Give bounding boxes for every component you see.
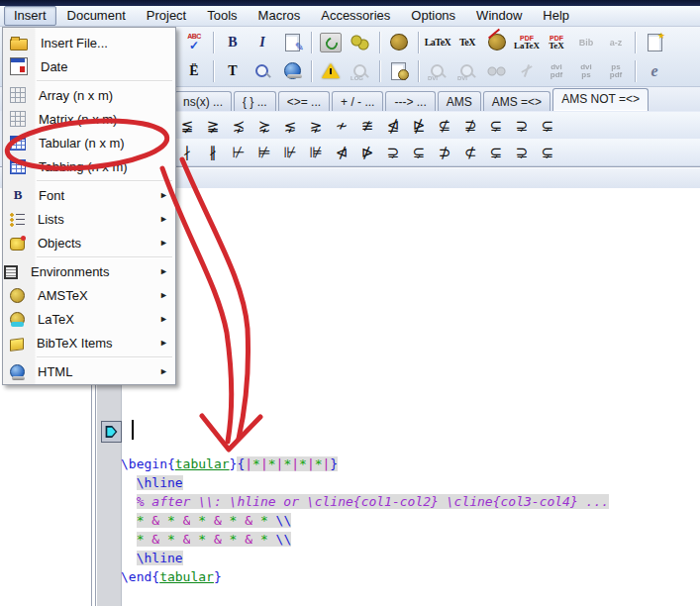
symbol-button-r1-15[interactable]: ⊊ — [535, 113, 560, 139]
symbol-button-r2-7[interactable]: ⋪ — [329, 140, 354, 165]
latex-code-block[interactable]: \begin{tabular}{|*|*|*|*|*|} \hline % af… — [121, 454, 609, 586]
code-line-2: \hline — [121, 473, 609, 492]
text-mode-button[interactable]: T — [218, 57, 248, 84]
symbol-button-r2-15[interactable]: ⊊ — [535, 140, 560, 165]
insert-menu-item-objects[interactable]: Objects► — [3, 231, 175, 254]
accent-umlaut-button[interactable]: Ë — [179, 57, 209, 84]
tab-ams-not-[interactable]: AMS NOT =<> — [552, 88, 649, 111]
symbol-button-r1-5[interactable]: ⋦ — [277, 113, 303, 139]
insert-menu-item-tabbing-n-x-m-[interactable]: Tabbing (n x m) — [3, 154, 175, 178]
menubar-item-macros[interactable]: Macros — [249, 6, 311, 26]
dvi2pdf-button[interactable]: dvipdf — [542, 57, 571, 84]
tab-ams-[interactable]: AMS =<> — [483, 91, 550, 111]
menubar-item-window[interactable]: Window — [466, 6, 532, 26]
symbol-button-r1-12[interactable]: ⊉ — [457, 113, 483, 139]
tab-ns-x-[interactable]: ns(x) ... — [174, 91, 232, 111]
insert-menu-item-html[interactable]: HTML► — [3, 359, 175, 383]
tex-button[interactable]: TeX — [452, 29, 482, 55]
menubar-item-document[interactable]: Document — [57, 6, 136, 26]
dvi2ps-button[interactable]: dvips — [571, 57, 601, 84]
bold-button[interactable]: B — [218, 29, 248, 55]
bibtex-button[interactable]: Bib — [571, 29, 601, 55]
pdftex-button[interactable]: PDFTeX — [542, 29, 571, 55]
browser-button[interactable]: e — [640, 57, 669, 84]
tab--[interactable]: ---> ... — [385, 91, 435, 111]
dvi-print-button[interactable] — [512, 57, 542, 84]
symbol-button-r2-6[interactable]: ⊯ — [303, 140, 329, 165]
menubar-item-help[interactable]: Help — [533, 6, 579, 26]
lion-document-button[interactable] — [384, 57, 414, 84]
insert-menu-item-latex[interactable]: LaTeX► — [3, 307, 175, 331]
symbol-button-r2-13[interactable]: ⊊ — [483, 140, 509, 165]
texify-lion-button[interactable] — [384, 29, 414, 55]
symbol-button-r2-10[interactable]: ⊊ — [406, 140, 432, 165]
menubar-item-insert[interactable]: Insert — [4, 6, 56, 26]
menubar-item-accessories[interactable]: Accessories — [311, 6, 400, 26]
new-document-button[interactable] — [640, 29, 669, 55]
tab-ams[interactable]: AMS — [438, 91, 481, 111]
erase-aux-button[interactable] — [316, 29, 346, 55]
ps2pdf-button[interactable]: pspdf — [601, 57, 631, 84]
symbol-button-r1-13[interactable]: ⊊ — [483, 113, 509, 139]
dvi-forward-button[interactable]: DVI — [423, 57, 452, 84]
italic-button[interactable]: I — [248, 29, 277, 55]
symbol-button-r1-2[interactable]: ≩ — [200, 113, 226, 139]
insert-menu-item-lists[interactable]: Lists► — [3, 207, 175, 231]
symbol-button-r1-1[interactable]: ≨ — [174, 113, 200, 139]
symbol-button-r1-3[interactable]: ⋨ — [226, 113, 251, 139]
insert-menu-item-array-n-x-m-[interactable]: Array (n x m) — [3, 83, 175, 107]
insert-menu-item-amstex[interactable]: AMSTeX► — [3, 283, 175, 307]
symbol-button-r2-5[interactable]: ⊮ — [277, 140, 303, 165]
spell-check-button[interactable]: ABC✓ — [179, 29, 209, 55]
symbol-button-r1-10[interactable]: ⋭ — [406, 113, 432, 139]
insert-menu-item-environments[interactable]: Environments► — [3, 259, 175, 283]
web-link-button[interactable] — [277, 57, 307, 84]
symbol-button-r2-2[interactable]: ∦ — [200, 140, 226, 165]
tab--[interactable]: { } ... — [234, 91, 276, 111]
menubar-item-options[interactable]: Options — [401, 6, 465, 26]
symbol-button-r1-11[interactable]: ⊈ — [432, 113, 457, 139]
insert-menu-item-matrix-n-x-m-[interactable]: Matrix (n x m) — [3, 107, 175, 131]
dvi-preview-button[interactable]: DVI — [452, 57, 482, 84]
italic-button-glyph: I — [259, 35, 264, 50]
insert-menu-item-font[interactable]: BFont► — [3, 183, 175, 207]
symbol-button-r2-8[interactable]: ⋫ — [354, 140, 380, 165]
symbol-button-r1-6[interactable]: ⋧ — [303, 113, 329, 139]
pdflatex-button[interactable]: PDFLaTeX — [512, 29, 542, 55]
edit-document-button[interactable] — [277, 29, 307, 55]
symbol-button-r1-9[interactable]: ⋬ — [380, 113, 406, 139]
toolbar-separator — [379, 60, 380, 82]
symbol-button-r2-12[interactable]: ⊄ — [457, 140, 483, 165]
tab--[interactable]: + / - ... — [332, 91, 383, 111]
insert-menu-item-insert-file-[interactable]: Insert File... — [3, 31, 175, 54]
view-log-button[interactable]: LOG — [346, 57, 375, 84]
texify-pen-button[interactable] — [482, 29, 512, 55]
latex-button[interactable]: LaTeX — [423, 29, 452, 55]
insert-menu-item-date[interactable]: Date — [3, 54, 175, 78]
symbol-button-r2-14[interactable]: ⊋ — [509, 140, 535, 165]
dvi-view-button[interactable] — [482, 57, 512, 84]
symbol-button-r1-7[interactable]: ≁ — [329, 113, 354, 139]
symbol-button-r2-9[interactable]: ⊋ — [380, 140, 406, 165]
makeindex-button[interactable]: a-z — [601, 29, 631, 55]
error-warning-button[interactable] — [316, 57, 346, 84]
symbol-button-r2-11[interactable]: ⊅ — [432, 140, 457, 165]
symbol-button-r1-14[interactable]: ⊋ — [509, 113, 535, 139]
table-icon — [10, 159, 26, 174]
insert-menu-item-tabular-n-x-m-[interactable]: Tabular (n x m) — [3, 131, 175, 154]
symbol-button-r1-8[interactable]: ≇ — [354, 113, 380, 139]
menubar-item-project[interactable]: Project — [137, 6, 196, 26]
insert-menu-item-bibtex-items[interactable]: BibTeX Items► — [3, 331, 175, 354]
symbol-button-r1-4[interactable]: ⋩ — [251, 113, 277, 139]
symbol-button-r2-1[interactable]: ∤ — [174, 140, 200, 165]
symbol-button-r2-3[interactable]: ⊬ — [226, 140, 251, 165]
submenu-arrow-icon: ► — [159, 190, 168, 200]
menubar-item-tools[interactable]: Tools — [197, 6, 247, 26]
macros-gears-button[interactable] — [346, 29, 375, 55]
symbol-button-r2-4[interactable]: ⊭ — [251, 140, 277, 165]
bookmark-marker-icon[interactable] — [101, 421, 122, 443]
tab--[interactable]: <>= ... — [278, 91, 330, 111]
find-in-files-button[interactable] — [248, 57, 277, 84]
ps2pdf-button-icon: pspdf — [610, 63, 622, 79]
submenu-arrow-icon: ► — [159, 266, 168, 276]
